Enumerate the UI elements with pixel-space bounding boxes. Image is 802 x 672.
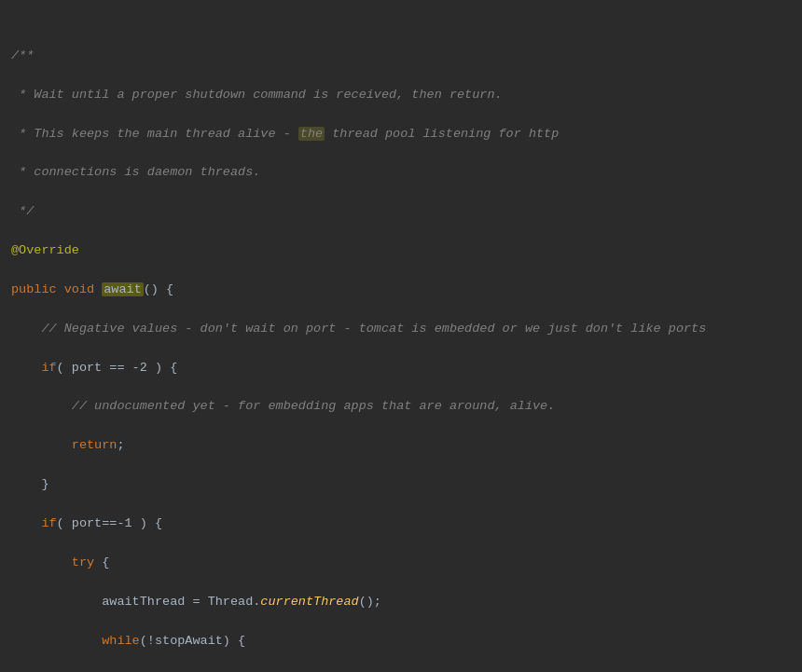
code-line: // undocumented yet - for embedding apps… <box>0 397 802 417</box>
code-line: if( port==-1 ) { <box>0 514 802 534</box>
code-line: try { <box>0 554 802 573</box>
code-line: // Negative values - don't wait on port … <box>0 320 802 339</box>
code-line: return; <box>0 436 802 456</box>
code-line: */ <box>0 202 802 222</box>
code-editor: /** * Wait until a proper shutdown comma… <box>0 0 802 672</box>
code-line: awaitThread = Thread.currentThread(); <box>0 593 802 612</box>
code-line: public void await() { <box>0 281 802 300</box>
code-line: /** <box>0 47 802 66</box>
code-line: * This keeps the main thread alive - the… <box>0 125 802 144</box>
code-line: @Override <box>0 241 802 261</box>
code-line: * connections is daemon threads. <box>0 163 802 183</box>
code-line: while(!stopAwait) { <box>0 632 802 651</box>
code-line: * Wait until a proper shutdown command i… <box>0 86 802 105</box>
code-line: } <box>0 475 802 495</box>
code-line: if( port == -2 ) { <box>0 359 802 378</box>
